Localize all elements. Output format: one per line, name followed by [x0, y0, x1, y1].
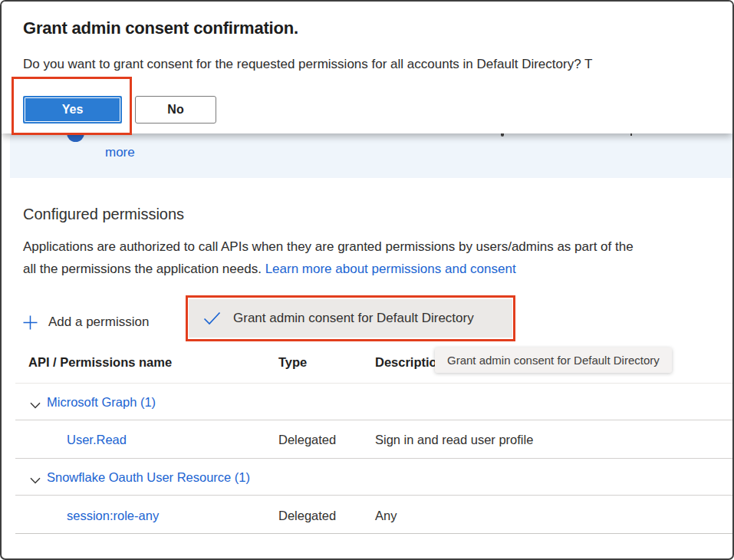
permission-link[interactable]: User.Read — [67, 433, 127, 447]
section-description-line1: Applications are authorized to call APIs… — [23, 239, 634, 255]
column-header-type[interactable]: Type — [278, 355, 307, 370]
add-permission-label: Add a permission — [48, 315, 149, 330]
divider — [15, 533, 732, 534]
plus-icon — [23, 315, 38, 330]
chevron-down-icon[interactable] — [30, 398, 41, 412]
permission-description: Any — [375, 509, 397, 523]
checkmark-icon — [203, 311, 221, 325]
dialog-message: Do you want to grant consent for the req… — [23, 57, 592, 72]
yes-button[interactable]: Yes — [23, 96, 122, 124]
learn-more-link[interactable]: Learn more about permissions and consent — [265, 262, 516, 276]
section-description-line2: all the permissions the application need… — [23, 262, 516, 277]
divider — [15, 458, 732, 459]
divider — [15, 383, 732, 384]
grant-admin-consent-label: Grant admin consent for Default Director… — [233, 311, 474, 326]
chevron-down-icon[interactable] — [30, 473, 41, 487]
dialog-title: Grant admin consent confirmation. — [23, 18, 298, 38]
api-group-link[interactable]: Microsoft Graph (1) — [47, 395, 156, 410]
clipped-text-remnant — [501, 133, 504, 137]
api-group-link[interactable]: Snowflake Oauth User Resource (1) — [47, 470, 250, 485]
column-header-api-permissions-name[interactable]: API / Permissions name — [28, 355, 172, 370]
grant-admin-consent-tooltip: Grant admin consent for Default Director… — [435, 348, 672, 373]
info-banner: more — [10, 133, 732, 178]
no-button[interactable]: No — [135, 96, 216, 124]
permission-type: Delegated — [278, 509, 336, 523]
divider — [15, 420, 732, 420]
section-heading: Configured permissions — [23, 206, 184, 223]
screenshot-frame: more Grant admin consent confirmation. D… — [0, 0, 734, 560]
section-description-text: all the permissions the application need… — [23, 262, 265, 276]
permission-description: Sign in and read user profile — [375, 433, 533, 447]
more-link[interactable]: more — [105, 145, 135, 160]
permission-link[interactable]: session:role-any — [67, 509, 159, 523]
permission-type: Delegated — [278, 433, 336, 447]
info-icon — [67, 133, 84, 142]
clipped-text-remnant — [630, 133, 632, 136]
grant-admin-consent-dialog: Grant admin consent confirmation. Do you… — [2, 2, 732, 133]
grant-admin-consent-button[interactable]: Grant admin consent for Default Director… — [189, 299, 512, 338]
divider — [15, 495, 732, 496]
add-permission-button[interactable]: Add a permission — [23, 307, 149, 338]
